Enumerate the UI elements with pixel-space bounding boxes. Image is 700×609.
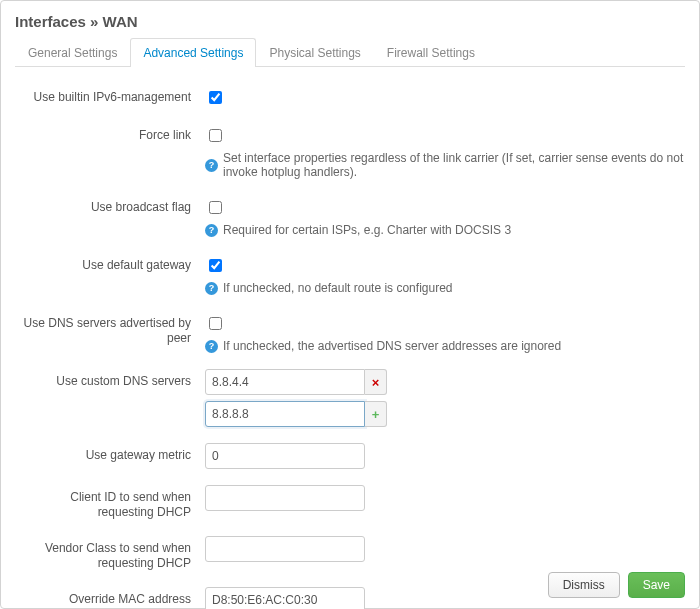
row-gw-metric: Use gateway metric: [15, 443, 685, 469]
row-dns-peer: Use DNS servers advertised by peer ? If …: [15, 311, 685, 353]
input-client-id[interactable]: [205, 485, 365, 511]
row-ipv6-mgmt: Use builtin IPv6-management: [15, 85, 685, 107]
interfaces-wan-panel: Interfaces » WAN General Settings Advanc…: [0, 0, 700, 609]
checkbox-default-gw[interactable]: [209, 259, 222, 272]
page-title: Interfaces » WAN: [15, 13, 685, 30]
help-default-gw: ? If unchecked, no default route is conf…: [205, 281, 685, 295]
label-vendor-class: Vendor Class to send when requesting DHC…: [15, 536, 205, 571]
row-default-gw: Use default gateway ? If unchecked, no d…: [15, 253, 685, 295]
checkbox-broadcast-flag[interactable]: [209, 201, 222, 214]
dns-input-0[interactable]: [205, 369, 365, 395]
dns-input-1[interactable]: [205, 401, 365, 427]
tab-general[interactable]: General Settings: [15, 38, 130, 67]
help-text-broadcast-flag: Required for certain ISPs, e.g. Charter …: [223, 223, 511, 237]
help-icon: ?: [205, 282, 218, 295]
footer-buttons: Dismiss Save: [548, 572, 685, 598]
help-text-force-link: Set interface properties regardless of t…: [223, 151, 685, 179]
row-vendor-class: Vendor Class to send when requesting DHC…: [15, 536, 685, 571]
label-ipv6-mgmt: Use builtin IPv6-management: [15, 85, 205, 105]
tab-physical[interactable]: Physical Settings: [256, 38, 373, 67]
tabs: General Settings Advanced Settings Physi…: [15, 38, 685, 67]
dns-remove-button[interactable]: ×: [365, 369, 387, 395]
dns-row-0: ×: [205, 369, 685, 395]
help-icon: ?: [205, 159, 218, 172]
dismiss-button[interactable]: Dismiss: [548, 572, 620, 598]
label-dns-peer: Use DNS servers advertised by peer: [15, 311, 205, 346]
help-broadcast-flag: ? Required for certain ISPs, e.g. Charte…: [205, 223, 685, 237]
input-gw-metric[interactable]: [205, 443, 365, 469]
help-force-link: ? Set interface properties regardless of…: [205, 151, 685, 179]
label-broadcast-flag: Use broadcast flag: [15, 195, 205, 215]
row-custom-dns: Use custom DNS servers × +: [15, 369, 685, 427]
label-default-gw: Use default gateway: [15, 253, 205, 273]
row-broadcast-flag: Use broadcast flag ? Required for certai…: [15, 195, 685, 237]
label-force-link: Force link: [15, 123, 205, 143]
tab-firewall[interactable]: Firewall Settings: [374, 38, 488, 67]
tab-advanced[interactable]: Advanced Settings: [130, 38, 256, 67]
help-text-dns-peer: If unchecked, the advertised DNS server …: [223, 339, 561, 353]
dns-group: × +: [205, 369, 685, 427]
checkbox-force-link[interactable]: [209, 129, 222, 142]
save-button[interactable]: Save: [628, 572, 685, 598]
add-icon: +: [372, 408, 380, 421]
help-icon: ?: [205, 224, 218, 237]
checkbox-dns-peer[interactable]: [209, 317, 222, 330]
input-vendor-class[interactable]: [205, 536, 365, 562]
row-client-id: Client ID to send when requesting DHCP: [15, 485, 685, 520]
label-client-id: Client ID to send when requesting DHCP: [15, 485, 205, 520]
checkbox-ipv6-mgmt[interactable]: [209, 91, 222, 104]
label-mac: Override MAC address: [15, 587, 205, 607]
dns-row-1: +: [205, 401, 685, 427]
dns-add-button[interactable]: +: [365, 401, 387, 427]
help-text-default-gw: If unchecked, no default route is config…: [223, 281, 452, 295]
help-icon: ?: [205, 340, 218, 353]
label-custom-dns: Use custom DNS servers: [15, 369, 205, 389]
input-mac[interactable]: [205, 587, 365, 609]
row-force-link: Force link ? Set interface properties re…: [15, 123, 685, 179]
label-gw-metric: Use gateway metric: [15, 443, 205, 463]
help-dns-peer: ? If unchecked, the advertised DNS serve…: [205, 339, 685, 353]
remove-icon: ×: [372, 376, 380, 389]
